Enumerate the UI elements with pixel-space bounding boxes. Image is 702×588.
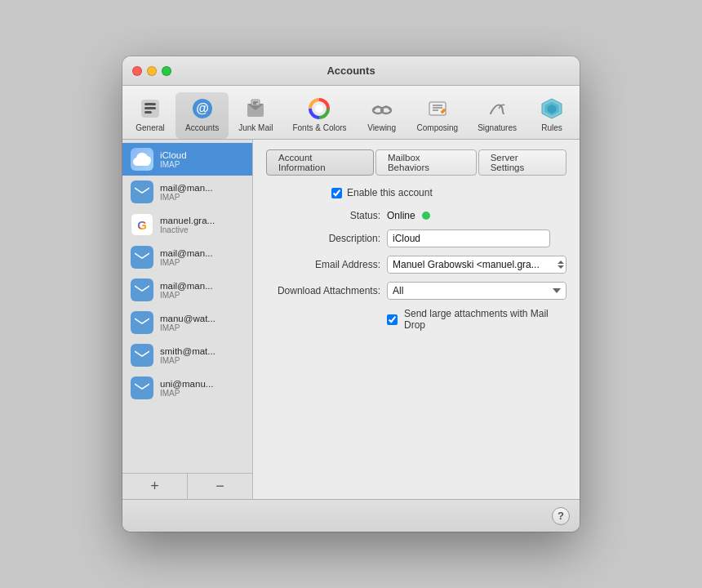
title-bar: Accounts	[122, 56, 580, 86]
smith-info: smith@mat... IMAP	[160, 346, 215, 365]
account-item-smith[interactable]: smith@mat... IMAP	[122, 339, 252, 372]
toolbar-items: General @ Accounts	[125, 92, 577, 139]
help-button[interactable]: ?	[552, 507, 570, 525]
mail1-info: mail@man... IMAP	[160, 183, 213, 202]
icloud-name: iCloud	[160, 150, 187, 160]
add-account-button[interactable]: +	[122, 474, 188, 499]
toolbar-item-fonts-colors[interactable]: Fonts & Colors	[282, 92, 356, 139]
maximize-button[interactable]	[162, 66, 171, 76]
mail2-info: mail@man... IMAP	[160, 248, 213, 267]
mail2-type: IMAP	[160, 258, 213, 267]
general-icon	[137, 96, 163, 122]
general-label: General	[136, 123, 165, 132]
bottom-bar: ?	[122, 499, 580, 532]
download-row: Download Attachments: All Recent None	[266, 282, 566, 300]
svg-rect-30	[135, 317, 149, 328]
viewing-icon	[369, 96, 395, 122]
account-item-google[interactable]: G manuel.gra... Inactive	[122, 208, 252, 241]
toolbar-item-rules[interactable]: Rules	[526, 92, 577, 139]
mail2-avatar	[131, 246, 153, 269]
svg-rect-3	[144, 111, 152, 114]
rules-icon	[539, 96, 565, 122]
status-text: Online	[387, 210, 415, 221]
email-row: Email Address:	[266, 256, 566, 274]
traffic-lights	[132, 66, 171, 76]
account-item-uni[interactable]: uni@manu... IMAP	[122, 372, 252, 404]
google-avatar: G	[131, 213, 153, 236]
fonts-colors-icon	[306, 96, 332, 122]
manu-info: manu@wat... IMAP	[160, 314, 215, 332]
enable-label: Enable this account	[347, 187, 433, 198]
mail1-avatar	[131, 180, 153, 203]
minimize-button[interactable]	[147, 66, 157, 76]
svg-text:@: @	[196, 101, 209, 115]
toolbar: General @ Accounts	[122, 86, 580, 140]
toolbar-item-composing[interactable]: Composing	[407, 92, 469, 139]
composing-icon	[424, 96, 451, 122]
main-window: Accounts General	[122, 56, 580, 532]
mail-drop-row: Send large attachments with Mail Drop	[387, 308, 566, 331]
account-item-mail3[interactable]: mail@man... IMAP	[122, 274, 252, 306]
google-name: manuel.gra...	[160, 216, 215, 225]
icloud-info: iCloud IMAP	[160, 150, 187, 169]
manu-type: IMAP	[160, 323, 215, 332]
account-item-icloud[interactable]: iCloud IMAP	[122, 143, 252, 176]
description-label: Description:	[266, 233, 380, 244]
uni-avatar	[131, 376, 153, 399]
email-stepper[interactable]	[557, 260, 565, 270]
mail3-info: mail@man... IMAP	[160, 281, 213, 300]
sidebar-bottom: + −	[122, 473, 252, 499]
google-info: manuel.gra... Inactive	[160, 216, 215, 234]
tabs: Account Information Mailbox Behaviors Se…	[266, 149, 566, 176]
signatures-icon	[484, 96, 510, 122]
description-input[interactable]	[387, 229, 550, 247]
tab-server-settings[interactable]: Server Settings	[478, 149, 566, 176]
mail1-name: mail@man...	[160, 183, 213, 193]
svg-rect-29	[135, 284, 149, 296]
icloud-avatar	[131, 148, 153, 171]
download-select[interactable]: All Recent None	[387, 282, 566, 300]
smith-name: smith@mat...	[160, 346, 215, 356]
mail-drop-label: Send large attachments with Mail Drop	[404, 308, 566, 331]
manu-avatar	[131, 311, 153, 334]
svg-rect-31	[135, 350, 149, 361]
svg-point-12	[315, 105, 323, 113]
accounts-icon: @	[189, 96, 215, 122]
email-input[interactable]	[387, 256, 566, 274]
fonts-colors-label: Fonts & Colors	[292, 123, 346, 132]
account-item-mail1[interactable]: mail@man... IMAP	[122, 176, 252, 208]
account-form: Enable this account Status: Online Descr…	[266, 187, 566, 331]
toolbar-item-viewing[interactable]: Viewing	[357, 92, 407, 139]
status-label: Status:	[266, 210, 380, 221]
account-item-mail2[interactable]: mail@man... IMAP	[122, 241, 252, 274]
composing-label: Composing	[417, 123, 459, 132]
mail1-type: IMAP	[160, 193, 213, 202]
smith-type: IMAP	[160, 356, 215, 365]
status-row: Status: Online	[266, 210, 566, 221]
enable-row: Enable this account	[331, 187, 566, 198]
mail-drop-checkbox[interactable]	[387, 314, 398, 325]
rules-label: Rules	[541, 123, 562, 132]
svg-rect-27	[135, 186, 149, 198]
description-row: Description:	[266, 229, 566, 247]
svg-rect-2	[144, 107, 156, 109]
tab-mailbox-behaviors[interactable]: Mailbox Behaviors	[375, 149, 477, 176]
toolbar-item-general[interactable]: General	[125, 92, 176, 139]
uni-type: IMAP	[160, 389, 213, 398]
enable-checkbox[interactable]	[331, 188, 342, 198]
svg-rect-20	[429, 102, 446, 115]
tab-account-information[interactable]: Account Information	[266, 149, 374, 176]
toolbar-item-junk-mail[interactable]: Junk Mail	[229, 92, 282, 139]
close-button[interactable]	[132, 66, 142, 76]
mail2-name: mail@man...	[160, 248, 213, 258]
remove-account-button[interactable]: −	[188, 474, 252, 499]
accounts-label: Accounts	[185, 123, 219, 132]
toolbar-item-signatures[interactable]: Signatures	[468, 92, 526, 139]
signatures-label: Signatures	[478, 123, 517, 132]
account-item-manu[interactable]: manu@wat... IMAP	[122, 306, 252, 339]
window-title: Accounts	[327, 65, 375, 77]
svg-rect-1	[144, 103, 156, 105]
smith-avatar	[131, 344, 153, 367]
junk-mail-icon	[242, 96, 269, 122]
toolbar-item-accounts[interactable]: @ Accounts	[176, 92, 229, 139]
